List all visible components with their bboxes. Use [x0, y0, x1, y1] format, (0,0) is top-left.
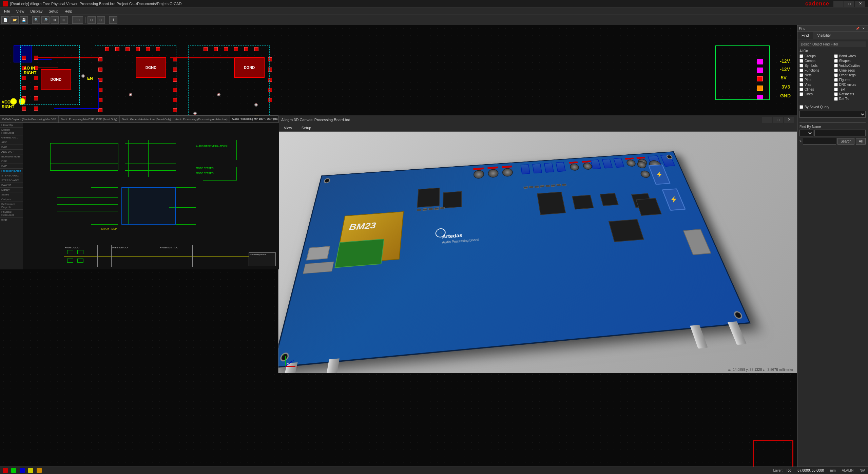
sidebar-design-resources[interactable]: Design Resources: [0, 128, 23, 135]
close-button[interactable]: ✕: [855, 1, 865, 7]
cb-comps-input[interactable]: [799, 59, 803, 63]
cb-lines-input[interactable]: [799, 92, 803, 96]
cb-clines-input[interactable]: [799, 88, 803, 91]
canvas-3d-close[interactable]: ✕: [784, 117, 794, 123]
tool-3d[interactable]: 3D: [72, 16, 83, 24]
canvas-3d-menu-setup[interactable]: Setup: [299, 125, 314, 131]
cb-pins-input[interactable]: [799, 78, 803, 82]
menu-help[interactable]: Help: [62, 8, 75, 14]
cb-vias[interactable]: Vias: [799, 83, 831, 87]
sidebar-outputs[interactable]: Outputs: [0, 197, 23, 202]
cb-functions-input[interactable]: [799, 69, 803, 72]
cb-groups-input[interactable]: [799, 54, 803, 58]
sidebar-general-arc[interactable]: General Arc...: [0, 135, 23, 140]
tool-zoom-out[interactable]: 🔎: [41, 16, 50, 24]
sidebar-physical-resources[interactable]: Physical Resources: [0, 210, 23, 217]
sidebar-bluetooth[interactable]: Bluetooth Mode: [0, 154, 23, 159]
panel-pin-btn[interactable]: 📌: [855, 26, 860, 31]
tool-info[interactable]: ℹ: [109, 16, 117, 24]
sidebar-dap[interactable]: DAP: [0, 164, 23, 169]
menu-file[interactable]: File: [1, 8, 13, 14]
menu-setup[interactable]: Setup: [46, 8, 61, 14]
cb-figures[interactable]: Figures: [834, 78, 866, 82]
cb-by-saved-query[interactable]: By Saved Query: [799, 105, 866, 109]
cb-shapes-input[interactable]: [834, 59, 838, 63]
tool-open[interactable]: 📂: [11, 16, 19, 24]
tab-studio-processing-dsp[interactable]: Studio Processing Min DSP - DSP (Read On…: [59, 116, 120, 122]
schematic-view[interactable]: AUDIO RECEIVE HALFPLEX MODE STEREO MODE …: [23, 123, 279, 269]
cb-ratsnests-input[interactable]: [834, 92, 838, 96]
cb-shapes[interactable]: Shapes: [834, 59, 866, 63]
canvas-3d-maximize[interactable]: □: [773, 117, 783, 123]
cb-text[interactable]: Text: [834, 88, 866, 91]
cb-cline-segs-input[interactable]: [834, 69, 838, 72]
cb-groups[interactable]: Groups: [799, 54, 831, 58]
cb-cline-segs[interactable]: Cline segs: [834, 69, 866, 72]
tool-grid[interactable]: ⊟: [97, 16, 105, 24]
sidebar-processing-arch[interactable]: Processing Arch: [0, 169, 23, 173]
sidebar-large[interactable]: large: [0, 217, 23, 222]
tab-orcad-capture[interactable]: OrCAD Capture (Studio Processing Min DSP: [0, 116, 59, 122]
cb-bond-wires[interactable]: Bond wires: [834, 54, 866, 58]
cb-voids[interactable]: Voids/Cavities: [834, 64, 866, 68]
find-by-name-input[interactable]: [814, 130, 866, 136]
cb-nets-input[interactable]: [799, 73, 803, 77]
sidebar-saved[interactable]: Saved: [0, 192, 23, 197]
cb-text-input[interactable]: [834, 88, 838, 91]
cb-ratsnests[interactable]: Ratsnests: [834, 92, 866, 96]
tool-new[interactable]: 📄: [1, 16, 9, 24]
find-filter-input[interactable]: [803, 138, 836, 145]
tab-visibility[interactable]: Visibility: [813, 32, 835, 39]
cb-figures-input[interactable]: [834, 78, 838, 82]
canvas-3d-controls[interactable]: ─ □ ✕: [762, 117, 794, 123]
cb-rat-ts-input[interactable]: [834, 97, 838, 101]
sidebar-ref-projects[interactable]: Referenced Projects: [0, 202, 23, 210]
window-controls[interactable]: cadence ─ □ ✕: [805, 1, 865, 7]
cb-rat-ts[interactable]: Rat Ts: [834, 97, 866, 101]
sidebar-adc[interactable]: ADC: [0, 140, 23, 145]
sidebar-library[interactable]: Library: [0, 188, 23, 192]
cb-clines[interactable]: Clines: [799, 88, 831, 91]
tab-general-arch[interactable]: Studio General Architecture (Board Only): [120, 116, 173, 122]
maximize-button[interactable]: □: [844, 1, 854, 7]
sidebar-hierarchy[interactable]: Hierarchy: [0, 123, 23, 128]
minimize-button[interactable]: ─: [833, 1, 844, 7]
sidebar-dac[interactable]: DAC: [0, 145, 23, 150]
panel-close-btn[interactable]: ✕: [861, 26, 866, 31]
sidebar-dsp[interactable]: DSP: [0, 159, 23, 164]
cb-other-segs[interactable]: Other segs: [834, 73, 866, 77]
cb-vias-input[interactable]: [799, 83, 803, 87]
cb-pins[interactable]: Pins: [799, 78, 831, 82]
canvas-3d-menu-view[interactable]: View: [281, 125, 295, 131]
tool-save[interactable]: 💾: [20, 16, 28, 24]
cb-other-segs-input[interactable]: [834, 73, 838, 77]
cb-symbols[interactable]: Symbols: [799, 64, 831, 68]
tool-snap[interactable]: ⊡: [88, 16, 96, 24]
sidebar-adc-dap[interactable]: ADC DAP: [0, 150, 23, 154]
cb-by-saved-query-input[interactable]: [799, 105, 803, 109]
tab-audio-processing[interactable]: Audio Processing (Processing Architectur…: [173, 116, 230, 122]
cb-drc-errors-input[interactable]: [834, 83, 838, 87]
sidebar-baw35[interactable]: BAW 35: [0, 183, 23, 188]
cb-functions[interactable]: Functions: [799, 69, 831, 72]
tool-zoom-fit[interactable]: ⊕: [51, 16, 59, 24]
cb-comps[interactable]: Comps: [799, 59, 831, 63]
cb-nets[interactable]: Nets: [799, 73, 831, 77]
canvas-3d-body[interactable]: BM23 Artedas Audio Processing Board: [278, 132, 797, 373]
canvas-3d-minimize[interactable]: ─: [762, 117, 772, 123]
saved-query-select[interactable]: [799, 111, 866, 118]
find-by-name-type[interactable]: [799, 130, 813, 136]
tool-zoom-sel[interactable]: ⊞: [60, 16, 68, 24]
menu-display[interactable]: Display: [27, 8, 45, 14]
cb-lines[interactable]: Lines: [799, 92, 831, 96]
cb-drc-errors[interactable]: DRC errors: [834, 83, 866, 87]
menu-view[interactable]: View: [14, 8, 27, 14]
sidebar-stereo-adc-2[interactable]: STEREO ADC: [0, 178, 23, 183]
sidebar-stereo-adc-1[interactable]: STEREO ADC: [0, 173, 23, 178]
cb-voids-input[interactable]: [834, 64, 838, 68]
find-all-btn[interactable]: All: [856, 138, 866, 145]
cb-bond-wires-input[interactable]: [834, 54, 838, 58]
find-search-btn[interactable]: Search: [837, 138, 854, 145]
tool-zoom-in[interactable]: 🔍: [32, 16, 40, 24]
tab-find[interactable]: Find: [797, 32, 813, 39]
